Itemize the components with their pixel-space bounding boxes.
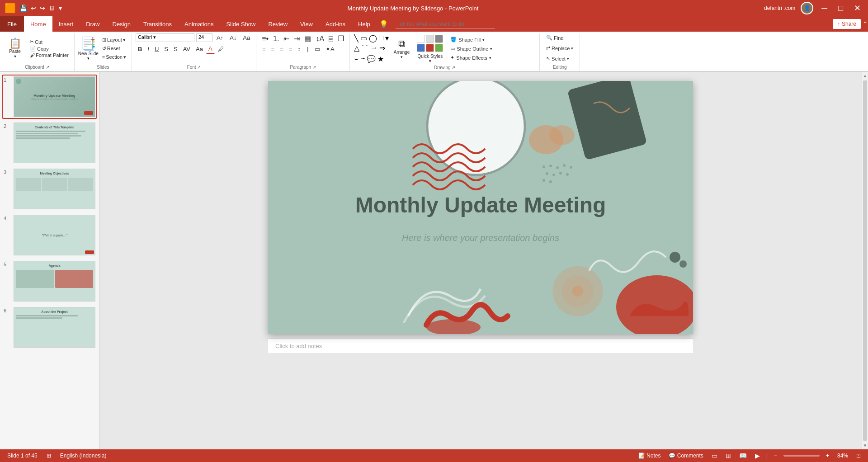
smart-art-button[interactable]: ⌸ [327, 33, 335, 44]
paragraph-dialog-launcher[interactable]: ↗ [312, 65, 316, 70]
right-scrollbar[interactable]: ▲ ▼ [862, 72, 868, 449]
shape-curved-line[interactable]: ~ [360, 54, 365, 64]
tab-animations[interactable]: Animations [178, 16, 220, 32]
paste-button[interactable]: 📋 Paste ▾ [4, 37, 26, 61]
slide-thumbnail-3[interactable]: 3 Meeting Objectives [3, 168, 96, 210]
reset-button[interactable]: ↺ Reset [100, 45, 128, 52]
increase-indent-button[interactable]: ⇥ [292, 33, 302, 44]
slide-canvas[interactable]: Monthly Update Meeting Here is where you… [268, 81, 693, 334]
scroll-down-arrow[interactable]: ▼ [862, 442, 868, 449]
fit-slide-button[interactable]: ⊡ [854, 452, 863, 460]
zoom-slider[interactable] [783, 455, 820, 457]
convert-to-smartart-button[interactable]: ❒ [336, 33, 346, 44]
comments-button[interactable]: 💬 Comments [667, 452, 705, 460]
shape-fill-button[interactable]: 🪣 Shape Fill ▾ [448, 36, 495, 43]
zoom-out-button[interactable]: − [772, 452, 779, 460]
quick-styles-button[interactable]: Quick Styles ▾ [414, 34, 446, 63]
layout-dropdown-icon[interactable]: ▾ [123, 37, 126, 43]
notes-button[interactable]: 📝 Notes [637, 452, 663, 460]
justify-button[interactable]: ≡ [287, 45, 295, 53]
qs-swatch-red[interactable] [426, 44, 434, 52]
shape-outline-dropdown[interactable]: ▾ [490, 47, 492, 51]
shape-arc[interactable]: ⌣ [354, 54, 359, 64]
new-slide-dropdown[interactable]: ▾ [87, 56, 90, 61]
tab-home[interactable]: Home [24, 16, 52, 32]
shape-curve[interactable]: ⌒ [361, 43, 369, 54]
redo-button[interactable]: ↪ [40, 5, 45, 12]
reading-view-button[interactable]: 📖 [737, 451, 749, 460]
presentation-view-button[interactable]: ▶ [753, 451, 762, 460]
font-name-selector[interactable]: Calibri ▾ [136, 33, 194, 42]
shape-square[interactable]: □ [378, 33, 384, 43]
replace-button[interactable]: ⇄ Replace ▾ [543, 44, 576, 52]
tab-slideshow[interactable]: Slide Show [220, 16, 262, 32]
paste-dropdown-icon[interactable]: ▾ [14, 54, 16, 59]
share-button[interactable]: ↑ Share [833, 19, 861, 29]
select-dropdown[interactable]: ▾ [567, 57, 569, 61]
minimize-button[interactable]: ─ [819, 4, 830, 13]
tell-me-input[interactable] [396, 20, 495, 28]
slide-thumbnail-1[interactable]: 1 Monthly Update Meeting Here is where y… [3, 75, 96, 118]
user-avatar[interactable]: 👤 [801, 2, 813, 14]
underline-button[interactable]: U [152, 45, 161, 53]
shape-fill-dropdown[interactable]: ▾ [482, 38, 485, 42]
tab-addins[interactable]: Add-ins [319, 16, 352, 32]
notes-bar[interactable]: Click to add notes [268, 339, 693, 353]
font-color-button[interactable]: A [206, 44, 215, 54]
shape-triangle[interactable]: △ [354, 43, 360, 54]
qs-swatch-light[interactable] [426, 35, 434, 43]
slide-thumbnail-5[interactable]: 5 Agenda [3, 260, 96, 302]
slide-thumbnail-2[interactable]: 2 Contents of This Template [3, 122, 96, 164]
scroll-up-arrow[interactable]: ▲ [862, 72, 868, 80]
qs-swatch-blue[interactable] [417, 44, 425, 52]
qat-dropdown[interactable]: ▾ [59, 5, 62, 12]
text-shadow-button[interactable]: S [171, 45, 180, 53]
shape-effects-button[interactable]: ✦ Shape Effects ▾ [448, 54, 495, 61]
collapse-ribbon-button[interactable]: ⌃ [863, 20, 868, 28]
align-left-button[interactable]: ≡ [260, 45, 268, 53]
save-button[interactable]: 💾 [19, 5, 27, 12]
quick-styles-dropdown[interactable]: ▾ [429, 59, 431, 63]
replace-dropdown[interactable]: ▾ [571, 46, 573, 51]
slide-sorter-button[interactable]: ⊞ [724, 451, 733, 460]
tab-insert[interactable]: Insert [52, 16, 80, 32]
qs-swatch-white[interactable] [417, 35, 425, 43]
strikethrough-button[interactable]: S [162, 45, 170, 53]
copy-button[interactable]: 📄 Copy [28, 45, 71, 52]
find-button[interactable]: 🔍 Find [543, 33, 566, 42]
format-painter-button[interactable]: 🖌 Format Painter [28, 52, 71, 58]
decrease-indent-button[interactable]: ⇤ [282, 33, 291, 44]
italic-button[interactable]: I [145, 45, 151, 53]
tab-transitions[interactable]: Transitions [137, 16, 178, 32]
text-direction-button[interactable]: ↕A [314, 33, 326, 44]
select-button[interactable]: ↖ Select ▾ [543, 54, 572, 63]
qs-swatch-green[interactable] [435, 44, 443, 52]
word-art-button[interactable]: ✦A [323, 45, 337, 53]
tab-review[interactable]: Review [262, 16, 294, 32]
slide-info[interactable]: Slide 1 of 45 [5, 452, 39, 460]
font-size-decrease-button[interactable]: A↓ [227, 33, 239, 42]
tab-view[interactable]: View [294, 16, 319, 32]
tab-file[interactable]: File [0, 16, 24, 32]
bullets-button[interactable]: ≡• [260, 33, 270, 44]
shape-line[interactable]: ╲ [354, 33, 359, 43]
qs-swatch-mid[interactable] [435, 35, 443, 43]
shape-effects-dropdown[interactable]: ▾ [489, 56, 491, 60]
scroll-thumb[interactable] [863, 80, 867, 441]
zoom-in-button[interactable]: + [824, 452, 831, 460]
maximize-button[interactable]: □ [835, 4, 846, 13]
numbering-button[interactable]: 1. [271, 33, 281, 44]
layout-button[interactable]: ⊞ Layout ▾ [100, 36, 128, 44]
drawing-dialog-launcher[interactable]: ↗ [452, 65, 455, 70]
text-box-button[interactable]: ▭ [312, 45, 322, 53]
clear-formatting-button[interactable]: Aa [241, 33, 252, 42]
normal-view-button[interactable]: ▭ [710, 451, 719, 460]
slide-thumbnail-4[interactable]: 4 "This is a quote..." [3, 214, 96, 256]
slide-thumbnail-6[interactable]: 6 About the Project [3, 306, 96, 349]
arrange-button[interactable]: ⧉ Arrange ▾ [391, 37, 413, 60]
text-highlight-button[interactable]: 🖊 [216, 45, 226, 53]
add-remove-columns[interactable]: ⫿ [304, 45, 311, 53]
tab-draw[interactable]: Draw [80, 16, 106, 32]
shape-dropdown[interactable]: ▾ [385, 33, 389, 43]
clipboard-dialog-launcher[interactable]: ↗ [46, 65, 49, 70]
